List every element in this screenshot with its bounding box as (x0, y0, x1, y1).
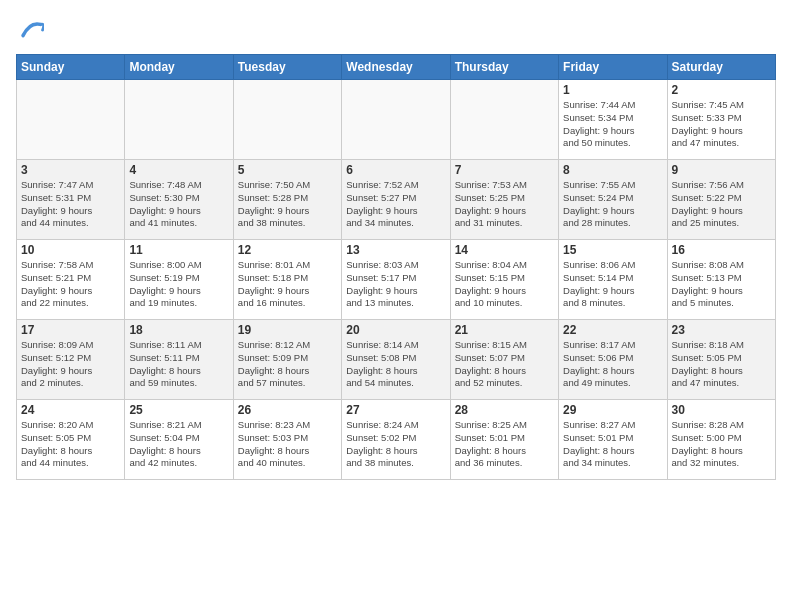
day-info: Sunrise: 7:50 AM Sunset: 5:28 PM Dayligh… (238, 179, 337, 230)
calendar-cell (17, 80, 125, 160)
calendar-cell: 29Sunrise: 8:27 AM Sunset: 5:01 PM Dayli… (559, 400, 667, 480)
weekday-header-sunday: Sunday (17, 55, 125, 80)
day-info: Sunrise: 7:45 AM Sunset: 5:33 PM Dayligh… (672, 99, 771, 150)
page-container: SundayMondayTuesdayWednesdayThursdayFrid… (0, 0, 792, 488)
week-row-3: 10Sunrise: 7:58 AM Sunset: 5:21 PM Dayli… (17, 240, 776, 320)
week-row-4: 17Sunrise: 8:09 AM Sunset: 5:12 PM Dayli… (17, 320, 776, 400)
calendar-cell: 11Sunrise: 8:00 AM Sunset: 5:19 PM Dayli… (125, 240, 233, 320)
day-info: Sunrise: 8:20 AM Sunset: 5:05 PM Dayligh… (21, 419, 120, 470)
day-info: Sunrise: 8:23 AM Sunset: 5:03 PM Dayligh… (238, 419, 337, 470)
day-info: Sunrise: 7:56 AM Sunset: 5:22 PM Dayligh… (672, 179, 771, 230)
weekday-header-saturday: Saturday (667, 55, 775, 80)
day-number: 23 (672, 323, 771, 337)
day-info: Sunrise: 7:52 AM Sunset: 5:27 PM Dayligh… (346, 179, 445, 230)
page-header (16, 16, 776, 44)
calendar-cell: 25Sunrise: 8:21 AM Sunset: 5:04 PM Dayli… (125, 400, 233, 480)
day-number: 15 (563, 243, 662, 257)
day-number: 8 (563, 163, 662, 177)
day-info: Sunrise: 7:47 AM Sunset: 5:31 PM Dayligh… (21, 179, 120, 230)
calendar-cell: 21Sunrise: 8:15 AM Sunset: 5:07 PM Dayli… (450, 320, 558, 400)
logo (16, 16, 48, 44)
day-number: 17 (21, 323, 120, 337)
calendar-cell: 20Sunrise: 8:14 AM Sunset: 5:08 PM Dayli… (342, 320, 450, 400)
day-number: 7 (455, 163, 554, 177)
calendar-cell: 7Sunrise: 7:53 AM Sunset: 5:25 PM Daylig… (450, 160, 558, 240)
weekday-header-row: SundayMondayTuesdayWednesdayThursdayFrid… (17, 55, 776, 80)
week-row-1: 1Sunrise: 7:44 AM Sunset: 5:34 PM Daylig… (17, 80, 776, 160)
day-number: 12 (238, 243, 337, 257)
day-number: 4 (129, 163, 228, 177)
day-number: 2 (672, 83, 771, 97)
day-info: Sunrise: 8:27 AM Sunset: 5:01 PM Dayligh… (563, 419, 662, 470)
weekday-header-friday: Friday (559, 55, 667, 80)
day-info: Sunrise: 8:00 AM Sunset: 5:19 PM Dayligh… (129, 259, 228, 310)
calendar-cell: 6Sunrise: 7:52 AM Sunset: 5:27 PM Daylig… (342, 160, 450, 240)
calendar-cell: 28Sunrise: 8:25 AM Sunset: 5:01 PM Dayli… (450, 400, 558, 480)
day-number: 22 (563, 323, 662, 337)
calendar-cell: 23Sunrise: 8:18 AM Sunset: 5:05 PM Dayli… (667, 320, 775, 400)
day-number: 21 (455, 323, 554, 337)
day-info: Sunrise: 8:09 AM Sunset: 5:12 PM Dayligh… (21, 339, 120, 390)
day-info: Sunrise: 8:15 AM Sunset: 5:07 PM Dayligh… (455, 339, 554, 390)
logo-icon (16, 16, 44, 44)
weekday-header-monday: Monday (125, 55, 233, 80)
calendar-cell: 19Sunrise: 8:12 AM Sunset: 5:09 PM Dayli… (233, 320, 341, 400)
day-number: 13 (346, 243, 445, 257)
calendar-cell: 10Sunrise: 7:58 AM Sunset: 5:21 PM Dayli… (17, 240, 125, 320)
calendar-cell: 16Sunrise: 8:08 AM Sunset: 5:13 PM Dayli… (667, 240, 775, 320)
weekday-header-tuesday: Tuesday (233, 55, 341, 80)
day-info: Sunrise: 8:14 AM Sunset: 5:08 PM Dayligh… (346, 339, 445, 390)
day-number: 18 (129, 323, 228, 337)
calendar-cell: 5Sunrise: 7:50 AM Sunset: 5:28 PM Daylig… (233, 160, 341, 240)
calendar-cell: 1Sunrise: 7:44 AM Sunset: 5:34 PM Daylig… (559, 80, 667, 160)
day-info: Sunrise: 8:17 AM Sunset: 5:06 PM Dayligh… (563, 339, 662, 390)
day-number: 1 (563, 83, 662, 97)
day-info: Sunrise: 7:44 AM Sunset: 5:34 PM Dayligh… (563, 99, 662, 150)
calendar-cell: 12Sunrise: 8:01 AM Sunset: 5:18 PM Dayli… (233, 240, 341, 320)
day-number: 29 (563, 403, 662, 417)
calendar-cell: 24Sunrise: 8:20 AM Sunset: 5:05 PM Dayli… (17, 400, 125, 480)
calendar-cell: 14Sunrise: 8:04 AM Sunset: 5:15 PM Dayli… (450, 240, 558, 320)
day-info: Sunrise: 8:28 AM Sunset: 5:00 PM Dayligh… (672, 419, 771, 470)
calendar-cell: 2Sunrise: 7:45 AM Sunset: 5:33 PM Daylig… (667, 80, 775, 160)
calendar-cell: 3Sunrise: 7:47 AM Sunset: 5:31 PM Daylig… (17, 160, 125, 240)
day-number: 11 (129, 243, 228, 257)
calendar-table: SundayMondayTuesdayWednesdayThursdayFrid… (16, 54, 776, 480)
day-number: 27 (346, 403, 445, 417)
day-number: 9 (672, 163, 771, 177)
weekday-header-wednesday: Wednesday (342, 55, 450, 80)
calendar-cell: 13Sunrise: 8:03 AM Sunset: 5:17 PM Dayli… (342, 240, 450, 320)
day-info: Sunrise: 8:06 AM Sunset: 5:14 PM Dayligh… (563, 259, 662, 310)
day-number: 5 (238, 163, 337, 177)
day-number: 24 (21, 403, 120, 417)
day-info: Sunrise: 8:11 AM Sunset: 5:11 PM Dayligh… (129, 339, 228, 390)
weekday-header-thursday: Thursday (450, 55, 558, 80)
day-info: Sunrise: 8:24 AM Sunset: 5:02 PM Dayligh… (346, 419, 445, 470)
calendar-cell (342, 80, 450, 160)
day-info: Sunrise: 8:12 AM Sunset: 5:09 PM Dayligh… (238, 339, 337, 390)
day-number: 30 (672, 403, 771, 417)
week-row-2: 3Sunrise: 7:47 AM Sunset: 5:31 PM Daylig… (17, 160, 776, 240)
week-row-5: 24Sunrise: 8:20 AM Sunset: 5:05 PM Dayli… (17, 400, 776, 480)
day-number: 6 (346, 163, 445, 177)
day-number: 20 (346, 323, 445, 337)
day-info: Sunrise: 7:55 AM Sunset: 5:24 PM Dayligh… (563, 179, 662, 230)
calendar-cell: 15Sunrise: 8:06 AM Sunset: 5:14 PM Dayli… (559, 240, 667, 320)
calendar-cell: 9Sunrise: 7:56 AM Sunset: 5:22 PM Daylig… (667, 160, 775, 240)
calendar-cell: 4Sunrise: 7:48 AM Sunset: 5:30 PM Daylig… (125, 160, 233, 240)
day-info: Sunrise: 7:53 AM Sunset: 5:25 PM Dayligh… (455, 179, 554, 230)
day-info: Sunrise: 7:48 AM Sunset: 5:30 PM Dayligh… (129, 179, 228, 230)
day-number: 10 (21, 243, 120, 257)
calendar-cell (233, 80, 341, 160)
day-number: 19 (238, 323, 337, 337)
day-info: Sunrise: 8:25 AM Sunset: 5:01 PM Dayligh… (455, 419, 554, 470)
day-number: 26 (238, 403, 337, 417)
day-info: Sunrise: 8:18 AM Sunset: 5:05 PM Dayligh… (672, 339, 771, 390)
day-number: 25 (129, 403, 228, 417)
day-info: Sunrise: 8:03 AM Sunset: 5:17 PM Dayligh… (346, 259, 445, 310)
day-info: Sunrise: 8:01 AM Sunset: 5:18 PM Dayligh… (238, 259, 337, 310)
day-number: 14 (455, 243, 554, 257)
calendar-cell: 18Sunrise: 8:11 AM Sunset: 5:11 PM Dayli… (125, 320, 233, 400)
day-info: Sunrise: 8:21 AM Sunset: 5:04 PM Dayligh… (129, 419, 228, 470)
calendar-cell: 27Sunrise: 8:24 AM Sunset: 5:02 PM Dayli… (342, 400, 450, 480)
